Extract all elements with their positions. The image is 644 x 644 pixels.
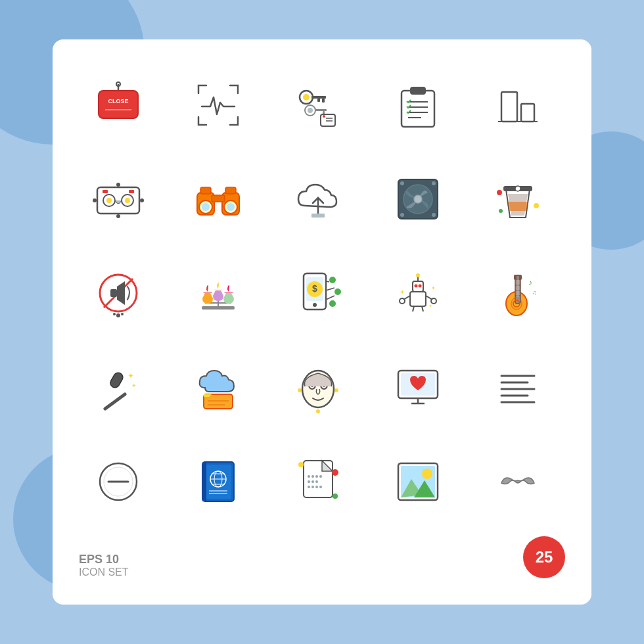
- badge: 25: [523, 536, 565, 578]
- svg-text:♫: ♫: [532, 289, 537, 296]
- svg-point-84: [419, 285, 422, 288]
- cpu-fan-icon: [392, 173, 444, 225]
- svg-rect-8: [322, 99, 325, 103]
- text-align-icon: [492, 361, 544, 414]
- badge-number: 25: [536, 549, 553, 565]
- svg-rect-48: [311, 214, 325, 218]
- svg-point-60: [499, 209, 503, 213]
- footer-left: EPS 10 ICON SET: [79, 553, 129, 578]
- icon-grid: CLOSE: [79, 66, 565, 523]
- svg-point-153: [311, 480, 314, 483]
- svg-point-159: [332, 469, 338, 476]
- svg-text:✦: ✦: [431, 285, 436, 291]
- svg-point-57: [515, 186, 520, 191]
- svg-point-51: [414, 195, 422, 203]
- cloud-upload-icon: [292, 173, 344, 225]
- icon-cell-close-sign: CLOSE: [79, 66, 158, 145]
- svg-point-58: [497, 190, 502, 195]
- icon-cell-cpu-fan: [379, 160, 457, 239]
- keys-tag-icon: [292, 79, 344, 131]
- main-card: CLOSE: [53, 39, 591, 605]
- svg-point-77: [329, 300, 336, 307]
- svg-rect-81: [410, 292, 426, 306]
- binoculars-icon: [192, 173, 244, 225]
- svg-point-149: [311, 475, 314, 478]
- svg-point-30: [106, 198, 112, 203]
- icon-cell-microphone: ✦ ✦ ·: [79, 348, 158, 427]
- svg-point-154: [315, 480, 318, 483]
- icon-cell-cloud-folder: [179, 348, 258, 427]
- icon-cell-mustache: [478, 442, 557, 521]
- svg-rect-12: [315, 109, 327, 111]
- svg-point-35: [140, 198, 144, 202]
- mustache-icon: [492, 455, 544, 508]
- svg-point-152: [308, 480, 310, 483]
- svg-point-124: [316, 409, 320, 413]
- svg-rect-99: [514, 275, 522, 280]
- svg-rect-9: [317, 99, 320, 102]
- svg-text:CLOSE: CLOSE: [108, 98, 128, 104]
- svg-point-66: [121, 313, 124, 315]
- svg-point-34: [93, 198, 97, 202]
- svg-text:✦: ✦: [428, 304, 432, 308]
- svg-point-122: [298, 388, 302, 392]
- svg-line-78: [326, 281, 329, 282]
- svg-point-157: [315, 486, 318, 488]
- microphone-icon: ✦ ✦ ·: [92, 361, 145, 414]
- svg-point-11: [308, 108, 313, 113]
- svg-point-72: [313, 303, 317, 307]
- svg-text:✦: ✦: [131, 382, 137, 389]
- svg-point-15: [323, 115, 325, 118]
- mobile-payment-icon: $: [292, 267, 344, 319]
- svg-point-52: [400, 181, 404, 185]
- svg-point-161: [333, 494, 338, 499]
- cloud-folder-icon: [192, 361, 244, 414]
- photo-frame-icon: [392, 455, 444, 508]
- icon-cell-love-monitor: [379, 348, 457, 427]
- svg-rect-45: [200, 187, 211, 194]
- svg-text:♪: ♪: [528, 278, 532, 287]
- svg-line-80: [326, 296, 334, 300]
- svg-rect-25: [521, 104, 534, 122]
- svg-point-123: [334, 388, 338, 392]
- svg-point-55: [432, 213, 436, 217]
- passport-icon: [192, 455, 244, 508]
- svg-rect-24: [501, 92, 517, 122]
- svg-line-91: [413, 306, 414, 311]
- icon-cell-guitar: ♪ ♫: [478, 254, 557, 333]
- icon-cell-bar-chart: [478, 66, 557, 145]
- svg-point-90: [431, 298, 436, 304]
- icon-set-label: ICON SET: [79, 566, 129, 578]
- svg-point-65: [113, 313, 116, 315]
- minus-circle-icon: [92, 455, 145, 508]
- ekg-icon: [192, 79, 244, 131]
- svg-rect-18: [402, 91, 434, 127]
- document-icon: [292, 455, 344, 508]
- icon-cell-keys: [279, 66, 357, 145]
- no-sound-icon: [92, 267, 145, 319]
- svg-text:✦: ✦: [400, 288, 405, 296]
- svg-text:✦: ✦: [127, 371, 134, 380]
- icon-cell-minus-circle: [79, 442, 158, 521]
- svg-rect-19: [410, 87, 426, 95]
- icon-cell-ekg: [179, 66, 258, 145]
- icon-cell-mobile-payment: $: [279, 254, 357, 333]
- svg-rect-46: [225, 187, 236, 194]
- cupcakes-icon: [192, 267, 244, 319]
- svg-rect-98: [515, 279, 520, 304]
- clipboard-icon: [392, 79, 444, 131]
- svg-point-151: [319, 475, 322, 478]
- svg-point-75: [329, 277, 336, 283]
- icon-cell-no-sound: [79, 254, 158, 333]
- svg-rect-63: [110, 289, 117, 297]
- mask-face-icon: [292, 361, 344, 414]
- footer: EPS 10 ICON SET 25: [79, 536, 565, 578]
- icon-cell-cupcakes: [179, 254, 258, 333]
- svg-point-6: [303, 94, 310, 101]
- svg-rect-44: [212, 195, 225, 202]
- icon-cell-robot: ✦ ✦ ✦: [379, 254, 457, 333]
- svg-point-88: [400, 298, 405, 304]
- svg-rect-82: [413, 281, 423, 292]
- icon-cell-coffee: [478, 160, 557, 239]
- svg-point-148: [308, 475, 310, 478]
